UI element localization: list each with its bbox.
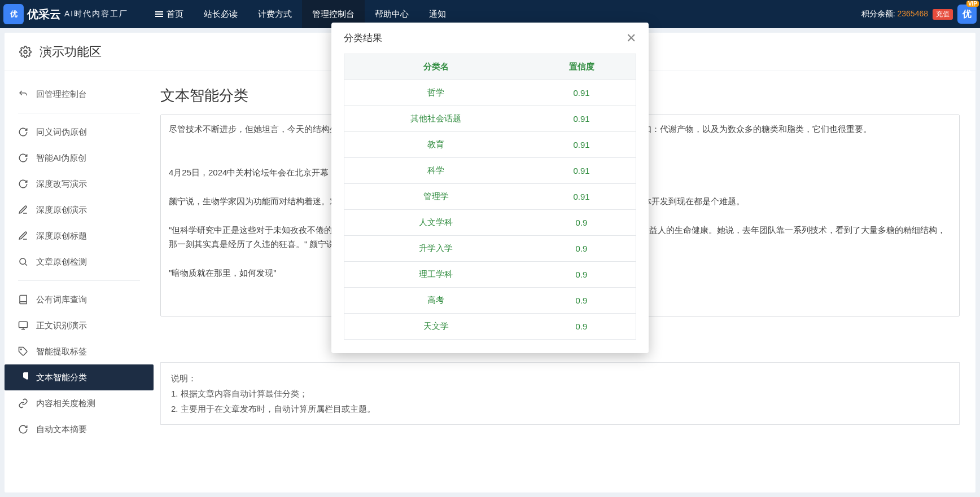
modal-overlay: 分类结果 ✕ 分类名 置信度 哲学0.91其他社会话题0.91教育0.91科学0… <box>0 0 980 497</box>
table-row: 升学入学0.9 <box>344 236 636 262</box>
cell-confidence: 0.91 <box>527 106 636 132</box>
cell-category: 教育 <box>344 132 528 158</box>
cell-confidence: 0.9 <box>527 288 636 314</box>
col-confidence: 置信度 <box>527 54 636 80</box>
cell-category: 天文学 <box>344 314 528 340</box>
cell-confidence: 0.91 <box>527 132 636 158</box>
cell-confidence: 0.9 <box>527 236 636 262</box>
modal-header: 分类结果 ✕ <box>331 23 649 54</box>
cell-category: 人文学科 <box>344 210 528 236</box>
close-icon[interactable]: ✕ <box>626 32 636 45</box>
cell-confidence: 0.9 <box>527 210 636 236</box>
table-row: 科学0.91 <box>344 158 636 184</box>
cell-category: 哲学 <box>344 80 528 106</box>
cell-confidence: 0.9 <box>527 314 636 340</box>
cell-category: 其他社会话题 <box>344 106 528 132</box>
result-table: 分类名 置信度 哲学0.91其他社会话题0.91教育0.91科学0.91管理学0… <box>344 54 636 340</box>
modal-title: 分类结果 <box>344 32 382 45</box>
table-row: 天文学0.9 <box>344 314 636 340</box>
table-row: 理工学科0.9 <box>344 262 636 288</box>
table-row: 其他社会话题0.91 <box>344 106 636 132</box>
table-row: 高考0.9 <box>344 288 636 314</box>
cell-confidence: 0.91 <box>527 184 636 210</box>
table-row: 教育0.91 <box>344 132 636 158</box>
cell-category: 科学 <box>344 158 528 184</box>
table-row: 人文学科0.9 <box>344 210 636 236</box>
cell-confidence: 0.91 <box>527 80 636 106</box>
modal-body: 分类名 置信度 哲学0.91其他社会话题0.91教育0.91科学0.91管理学0… <box>331 54 649 353</box>
cell-confidence: 0.91 <box>527 158 636 184</box>
cell-confidence: 0.9 <box>527 262 636 288</box>
col-category: 分类名 <box>344 54 528 80</box>
table-row: 管理学0.91 <box>344 184 636 210</box>
cell-category: 高考 <box>344 288 528 314</box>
cell-category: 升学入学 <box>344 236 528 262</box>
cell-category: 理工学科 <box>344 262 528 288</box>
table-row: 哲学0.91 <box>344 80 636 106</box>
cell-category: 管理学 <box>344 184 528 210</box>
modal: 分类结果 ✕ 分类名 置信度 哲学0.91其他社会话题0.91教育0.91科学0… <box>331 23 649 353</box>
